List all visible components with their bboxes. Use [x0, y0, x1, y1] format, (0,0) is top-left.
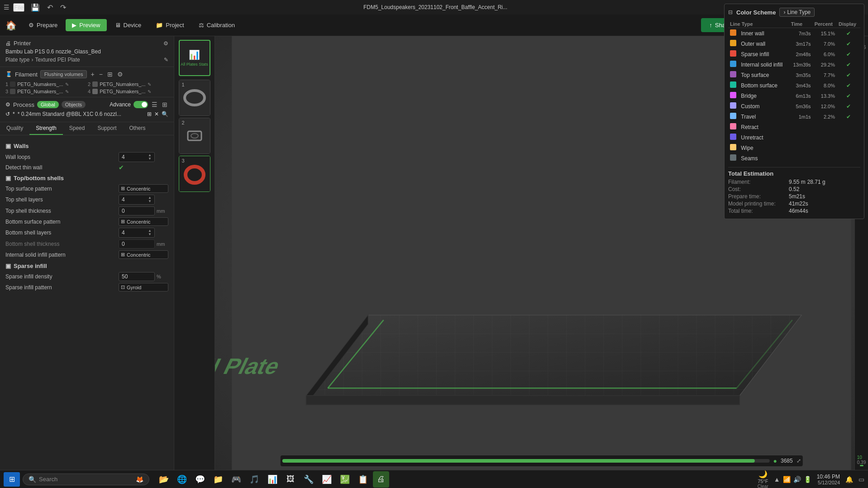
plate-item-2[interactable]: 2 [179, 118, 210, 154]
color-check-7[interactable]: ✔ [837, 101, 860, 111]
search-bar[interactable]: 🔍 Search 🦊 [23, 474, 149, 485]
tab-support[interactable]: Support [91, 122, 123, 135]
filament-edit-2[interactable]: ✎ [148, 82, 151, 87]
show-desktop-icon[interactable]: ▭ [858, 476, 864, 483]
nav-preview[interactable]: ▶ Preview [66, 19, 106, 31]
wall-loops-input[interactable]: 4 ▲ ▼ [119, 152, 155, 162]
check-icon-6[interactable]: ✔ [846, 93, 851, 99]
bottom-shell-thickness-input[interactable]: 0 [119, 239, 155, 249]
color-check-10[interactable] [837, 132, 860, 143]
wall-loops-down[interactable]: ▼ [148, 157, 152, 161]
check-icon-4[interactable]: ✔ [846, 72, 851, 78]
process-list-icon[interactable]: ☰ [151, 100, 158, 109]
color-check-3[interactable]: ✔ [837, 59, 860, 70]
check-icon-5[interactable]: ✔ [846, 82, 851, 89]
taskbar-explorer[interactable]: 📂 [156, 471, 172, 488]
expand-icon[interactable]: ⤢ [796, 458, 801, 464]
sparse-infill-density-input[interactable]: 50 [119, 272, 155, 281]
taskbar-app3[interactable]: 📊 [264, 471, 281, 488]
tab-strength[interactable]: Strength [29, 122, 62, 135]
bottom-shell-layers-arrows[interactable]: ▲ ▼ [148, 229, 152, 236]
plate-type-edit-icon[interactable]: ✎ [164, 57, 168, 63]
detect-thin-wall-checkbox[interactable]: ✔ [119, 164, 124, 171]
filament-edit-3[interactable]: ✎ [65, 89, 69, 94]
filament-remove-button[interactable]: − [98, 70, 104, 79]
taskbar-edge[interactable]: 🌐 [174, 471, 190, 488]
process-copy-icon[interactable]: ⊞ [147, 111, 152, 117]
check-icon-0[interactable]: ✔ [846, 30, 851, 37]
tab-speed[interactable]: Speed [63, 122, 91, 135]
filament-add-button[interactable]: + [90, 70, 95, 79]
tab-quality[interactable]: Quality [0, 122, 29, 135]
clock[interactable]: 10:46 PM 5/12/2024 [817, 474, 840, 485]
taskbar-app5[interactable]: 🔧 [300, 471, 317, 488]
color-check-12[interactable] [837, 153, 860, 163]
filament-text-2[interactable]: PETG_Numakers_... [100, 81, 145, 87]
network-icon[interactable]: 📶 [783, 476, 791, 483]
bottom-shell-layers-input[interactable]: 4 ▲ ▼ [119, 228, 155, 238]
save-button[interactable]: 💾 [28, 2, 43, 13]
color-check-6[interactable]: ✔ [837, 91, 860, 101]
color-check-8[interactable]: ✔ [837, 111, 860, 122]
plate-item-1[interactable]: 1 [179, 80, 210, 116]
global-tag[interactable]: Global [37, 101, 59, 108]
volume-icon[interactable]: 🔊 [793, 476, 801, 483]
filament-copy-button[interactable]: ⊞ [106, 70, 114, 79]
printer-settings-icon[interactable]: ⚙ [163, 40, 168, 47]
plate-item-3[interactable]: 3 [179, 156, 210, 192]
start-button[interactable]: ⊞ [4, 472, 20, 487]
process-close-icon[interactable]: ✕ [154, 111, 159, 117]
taskbar-app4[interactable]: 🖼 [282, 471, 299, 488]
taskbar-app8[interactable]: 📋 [355, 471, 371, 488]
taskbar-app1[interactable]: 🎮 [228, 471, 244, 488]
top-shell-layers-arrows[interactable]: ▲ ▼ [148, 196, 152, 203]
battery-icon[interactable]: 🔋 [804, 476, 811, 483]
notification-icon[interactable]: 🔔 [845, 476, 853, 483]
plate-type-value[interactable]: Textured PEI Plate [35, 57, 80, 63]
color-scheme-collapse-icon[interactable]: ⊟ [728, 9, 733, 15]
taskbar-bambu[interactable]: 🖨 [373, 471, 389, 488]
top-shell-layers-down[interactable]: ▼ [148, 200, 152, 203]
process-search-icon[interactable]: 🔍 [162, 111, 168, 117]
objects-tag[interactable]: Objects [62, 101, 86, 108]
sparse-infill-pattern-select[interactable]: ⊡ Gyroid [119, 283, 168, 292]
bottom-shell-layers-down[interactable]: ▼ [148, 233, 152, 236]
check-icon-1[interactable]: ✔ [846, 41, 851, 47]
check-icon-3[interactable]: ✔ [846, 62, 851, 68]
weather-widget[interactable]: 🌙 75°F Clear [758, 470, 768, 488]
top-surface-pattern-select[interactable]: ⊞ Concentric [119, 184, 168, 193]
top-shell-layers-input[interactable]: 4 ▲ ▼ [119, 195, 155, 205]
filament-edit-1[interactable]: ✎ [65, 82, 69, 87]
nav-project[interactable]: 📁 Project [149, 19, 190, 31]
filament-edit-4[interactable]: ✎ [148, 89, 151, 94]
filament-text-4[interactable]: PETG_Numakers_... [100, 89, 145, 94]
color-check-4[interactable]: ✔ [837, 70, 860, 80]
redo-button[interactable]: ↷ [57, 2, 69, 13]
taskbar-app2[interactable]: 🎵 [246, 471, 262, 488]
flushing-volumes-button[interactable]: Flushing volumes [40, 70, 87, 78]
taskbar-teams[interactable]: 💬 [192, 471, 208, 488]
check-icon-2[interactable]: ✔ [846, 51, 851, 57]
color-check-5[interactable]: ✔ [837, 80, 860, 91]
line-type-selector[interactable]: › Line Type [779, 8, 815, 17]
bottom-surface-pattern-select[interactable]: ⊞ Concentric [119, 217, 168, 226]
all-plates-button[interactable]: 📊 All Plates Stats [179, 40, 210, 76]
check-icon-7[interactable]: ✔ [846, 103, 851, 110]
color-check-9[interactable] [837, 122, 860, 132]
color-check-11[interactable] [837, 143, 860, 153]
nav-calibration[interactable]: ⚖ Calibration [192, 19, 241, 31]
wall-loops-arrows[interactable]: ▲ ▼ [148, 153, 152, 161]
file-menu[interactable]: File [13, 3, 24, 12]
progress-bar[interactable] [282, 459, 769, 463]
color-check-1[interactable]: ✔ [837, 38, 860, 49]
tab-others[interactable]: Others [123, 122, 152, 135]
taskbar-app6[interactable]: 📈 [319, 471, 335, 488]
internal-solid-infill-pattern-select[interactable]: ⊞ Concentric [119, 250, 168, 259]
top-shell-thickness-input[interactable]: 0 [119, 206, 155, 215]
taskbar-explorer2[interactable]: 📁 [210, 471, 226, 488]
nav-prepare[interactable]: ⚙ Prepare [22, 19, 64, 31]
tray-up-icon[interactable]: ▲ [774, 476, 780, 483]
undo-button[interactable]: ↶ [44, 2, 56, 13]
filament-text-1[interactable]: PETG_Numakers_... [17, 81, 63, 87]
nav-device[interactable]: 🖥 Device [109, 19, 148, 31]
